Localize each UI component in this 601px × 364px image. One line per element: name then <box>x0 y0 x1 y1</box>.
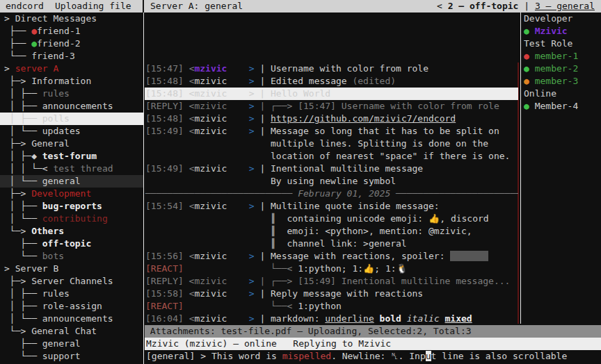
title-divider <box>143 0 144 13</box>
channel-general-b[interactable]: ├── general <box>0 338 143 350</box>
category-general-chat[interactable]: └─> General Chat <box>0 325 143 338</box>
text-segment: | <box>255 126 271 136</box>
channel-rules-b[interactable]: │ ├── rules <box>0 288 143 300</box>
channel-bug-reports[interactable]: │ ├── bug-reports <box>0 200 143 213</box>
text-segment: │ ├── polls <box>4 113 70 124</box>
reaction-row[interactable]: [REACT] └──< 1:python <box>145 300 518 313</box>
category-server-channels[interactable]: ├─> Server Channels <box>0 275 143 288</box>
message-multiline[interactable]: [15:49] <mzivic > | Inentional multiline… <box>145 163 518 175</box>
message-long[interactable]: [15:49] <mzivic > | Message so long that… <box>145 125 518 138</box>
member-4[interactable]: ● Member-4 <box>524 100 601 113</box>
text-segment: ┌──> [15:47] Username with color from ro… <box>271 101 499 111</box>
text-segment: test thread <box>53 163 113 174</box>
text-segment: bug-reports <box>42 201 102 211</box>
thread-test-thread[interactable]: │ │ └─< test thread <box>0 163 143 175</box>
reply-indicator[interactable]: [REPLY] <mzivic > | ┌──> [15:47] Usernam… <box>145 100 518 113</box>
text-segment: mzivic <box>194 163 227 174</box>
channel-announcements[interactable]: │ ├── announcements <box>0 100 143 113</box>
text-segment: Development <box>31 188 91 199</box>
text-segment: [15:58] <box>145 288 189 299</box>
text-segment: mzivic <box>194 113 227 124</box>
reaction-row[interactable]: [REACT] └──< 1:python; 1:👍; 1:🐧 <box>145 263 518 275</box>
message-link[interactable]: [15:48] <mzivic > | https://github.com/m… <box>145 113 518 125</box>
text-segment: │ └── updates <box>4 126 81 136</box>
text-segment: ║ emoji: <python>, mention: @mzivic, <box>271 226 472 236</box>
server-b[interactable]: > Server B <box>0 263 143 275</box>
channel-off-topic[interactable]: ├── off-topic <box>0 238 143 250</box>
text-cursor: u <box>426 351 431 361</box>
dm-friend-3[interactable]: └── friend-3 <box>0 50 143 63</box>
text-segment <box>227 113 248 124</box>
dm-friend-2[interactable]: ├── ●friend-2 <box>0 38 143 50</box>
message-long-cont: multiple lines. Splitting is done on the <box>145 138 518 150</box>
current-channel-title: Server A: general <box>150 0 243 13</box>
text-segment: │ └── general <box>4 176 81 186</box>
message-input[interactable]: [general] > This word is mispelled. Newl… <box>145 350 601 364</box>
text-segment <box>227 76 248 86</box>
text-segment: > <box>249 313 255 324</box>
text-segment: Inentional multiline message <box>271 163 423 174</box>
tab-off-topic[interactable]: 2 – off-topic <box>448 1 519 11</box>
text-segment: > <box>249 113 255 124</box>
text-segment: > <box>249 126 255 136</box>
message-edited[interactable]: [15:48] <mzivic > | Edited message (edit… <box>145 75 518 88</box>
text-segment: ├── <box>4 238 42 249</box>
member-2[interactable]: ● member-2 <box>524 63 601 75</box>
member-mzivic[interactable]: ● Mzivic <box>524 25 601 38</box>
text-segment: https://github.com/mzivic7/endcord <box>271 113 456 124</box>
role-header-test-role: Test Role <box>524 38 601 50</box>
channel-role-assign[interactable]: │ ├── role-assign <box>0 300 143 313</box>
tab-general[interactable]: 3 – general <box>535 1 595 11</box>
channel-bots[interactable]: └── bots <box>0 250 143 263</box>
text-segment: ● <box>524 26 535 36</box>
member-1[interactable]: ● member-1 <box>524 50 601 63</box>
channel-general-active[interactable]: │ └── general <box>0 175 143 188</box>
status-header-online: Online <box>524 88 601 100</box>
text-segment: [REPLY] <mzivic <box>145 276 249 286</box>
message-quote[interactable]: [15:54] <mzivic > | Multiline quote insi… <box>145 200 518 213</box>
text-segment <box>401 313 407 324</box>
member-3[interactable]: ● member-3 <box>524 75 601 88</box>
text-segment: Member-4 <box>535 101 579 111</box>
text-segment: │ │ └─< <box>4 163 53 174</box>
dm-header[interactable]: > Direct Messages <box>0 13 143 25</box>
text-segment: friend-1 <box>37 26 81 36</box>
message-selected[interactable]: [15:48] <mzivic > | Hello World <box>145 88 518 100</box>
reply-indicator[interactable]: [REPLY] <mzivic > | ┌──> [15:49] Inentio… <box>145 275 518 288</box>
message-reply[interactable]: [15:58] <mzivic > | Reply message with r… <box>145 288 518 300</box>
text-segment: mzivic <box>194 201 227 211</box>
text-segment: February 01, 2025 <box>292 188 396 199</box>
text-segment: 1:python; 1: <box>298 263 363 274</box>
channel-updates[interactable]: │ └── updates <box>0 125 143 138</box>
text-segment: mzivic <box>194 288 227 299</box>
category-general[interactable]: ├─> General <box>0 138 143 150</box>
text-segment <box>227 126 248 136</box>
channel-polls-selected[interactable]: │ ├── polls <box>0 113 143 125</box>
text-segment: location of nearest "space" if there is … <box>271 151 510 161</box>
channel-test-forum[interactable]: │ ├─◆ test-forum <box>0 150 143 163</box>
text-segment: [general] > This word is <box>146 351 282 361</box>
text-segment: Username with color from role <box>271 63 428 74</box>
text-segment <box>227 201 248 211</box>
status-bar: Mzivic (mzivic) – online Replying to Mzi… <box>145 338 601 350</box>
category-others[interactable]: └─> Others <box>0 225 143 238</box>
text-segment <box>145 151 271 161</box>
text-segment <box>184 263 271 274</box>
message-spoiler[interactable]: [15:56] <mzivic > | Message with reactio… <box>145 250 518 263</box>
channel-announcements-b[interactable]: │ └── announcements <box>0 313 143 325</box>
text-segment: Message with reactions, spoiler: <box>271 251 450 261</box>
app-name: endcord <box>6 0 44 13</box>
message-role-color[interactable]: [15:47] <mzivic > | Username with color … <box>145 63 518 75</box>
channel-contributing[interactable]: │ └── contributing <box>0 213 143 225</box>
category-development[interactable]: ├─> Development <box>0 188 143 200</box>
channel-rules[interactable]: │ ├── rules <box>0 88 143 100</box>
text-segment: [15:56] <box>145 251 189 261</box>
channel-support[interactable]: └── support <box>0 350 143 363</box>
text-segment: off-topic <box>42 238 91 249</box>
text-segment: > <box>4 63 15 74</box>
server-a[interactable]: > server A <box>0 63 143 75</box>
message-markdown[interactable]: [16:04] <mzivic > | markdown: underline … <box>145 313 518 325</box>
dm-friend-1[interactable]: ├── ●friend-1 <box>0 25 143 38</box>
category-information[interactable]: ├─> Information <box>0 75 143 88</box>
text-segment: ║ channel link: >general <box>271 238 407 249</box>
